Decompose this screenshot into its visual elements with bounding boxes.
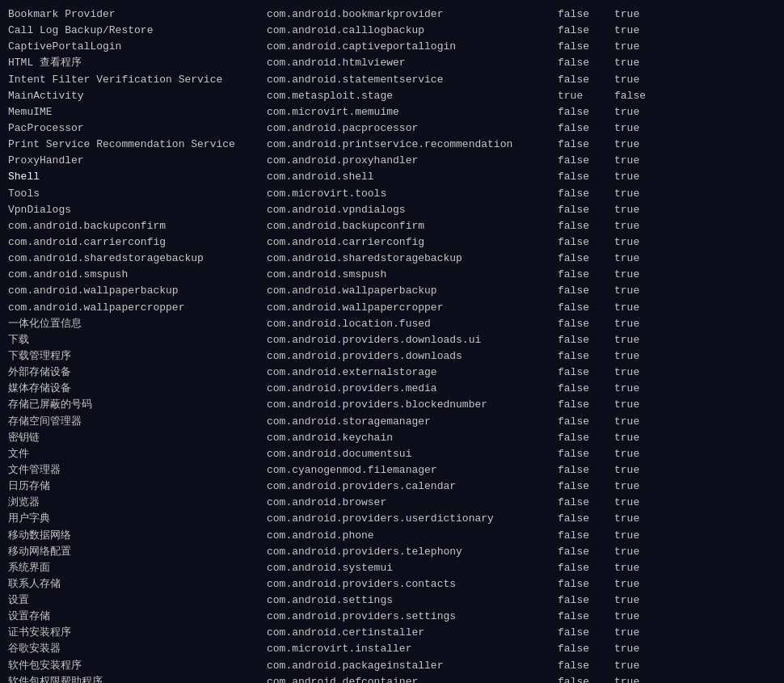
col-package: com.cyanogenmod.filemanager (267, 462, 558, 479)
col-bool2: true (614, 6, 663, 23)
col-bool2: true (614, 137, 663, 153)
table-row: CaptivePortalLogincom.android.captivepor… (8, 39, 776, 55)
col-app-name: VpnDialogs (8, 202, 267, 218)
col-package: com.android.captiveportallogin (267, 39, 558, 55)
col-app-name: HTML 查看程序 (8, 55, 267, 71)
table-row: 设置存储com.android.providers.settingsfalset… (8, 609, 776, 625)
col-app-name: Shell (8, 169, 267, 185)
col-package: com.android.providers.calendar (267, 479, 558, 495)
table-row: HTML 查看程序com.android.htmlviewerfalsetrue (8, 55, 776, 71)
col-bool1: false (558, 348, 614, 365)
col-bool2: true (614, 348, 663, 365)
col-app-name: 浏览器 (8, 495, 267, 511)
col-bool1: false (558, 316, 614, 332)
col-app-name: 文件管理器 (8, 462, 267, 479)
table-row: VpnDialogscom.android.vpndialogsfalsetru… (8, 202, 776, 218)
col-bool2: true (614, 544, 663, 560)
table-row: 谷歌安装器com.microvirt.installerfalsetrue (8, 641, 776, 657)
col-package: com.android.providers.media (267, 381, 558, 397)
table-row: com.android.carrierconfigcom.android.car… (8, 234, 776, 251)
col-bool2: true (614, 609, 663, 625)
col-package: com.android.vpndialogs (267, 202, 558, 218)
col-bool1: false (558, 267, 614, 283)
col-app-name: 媒体存储设备 (8, 381, 267, 397)
table-row: 系统界面com.android.systemuifalsetrue (8, 560, 776, 576)
table-row: Print Service Recommendation Servicecom.… (8, 137, 776, 153)
col-app-name: Bookmark Provider (8, 6, 267, 23)
col-app-name: 存储已屏蔽的号码 (8, 397, 267, 413)
col-bool1: false (558, 153, 614, 169)
table-row: 设置com.android.settingsfalsetrue (8, 592, 776, 609)
table-row: com.android.backupconfirmcom.android.bac… (8, 218, 776, 234)
table-row: 用户字典com.android.providers.userdictionary… (8, 511, 776, 527)
col-bool2: true (614, 300, 663, 316)
col-bool2: true (614, 365, 663, 381)
col-bool1: false (558, 641, 614, 657)
col-app-name: com.android.backupconfirm (8, 218, 267, 234)
col-bool1: false (558, 72, 614, 88)
col-package: com.android.wallpapercropper (267, 300, 558, 316)
col-bool2: true (614, 283, 663, 299)
col-bool1: false (558, 55, 614, 71)
col-app-name: 移动数据网络 (8, 528, 267, 544)
table-row: Bookmark Providercom.android.bookmarkpro… (8, 6, 776, 23)
col-app-name: 日历存储 (8, 479, 267, 495)
col-bool1: false (558, 23, 614, 39)
col-bool2: true (614, 39, 663, 55)
col-app-name: ProxyHandler (8, 153, 267, 169)
col-bool1: false (558, 381, 614, 397)
col-bool1: false (558, 283, 614, 299)
table-row: Intent Filter Verification Servicecom.an… (8, 72, 776, 88)
col-bool1: false (558, 234, 614, 251)
col-package: com.android.keychain (267, 430, 558, 446)
col-bool1: false (558, 169, 614, 185)
col-package: com.android.htmlviewer (267, 55, 558, 71)
col-app-name: Intent Filter Verification Service (8, 72, 267, 88)
col-app-name: PacProcessor (8, 120, 267, 137)
table-row: 证书安装程序com.android.certinstallerfalsetrue (8, 625, 776, 641)
col-app-name: 设置 (8, 592, 267, 609)
col-bool1: false (558, 592, 614, 609)
col-package: com.android.calllogbackup (267, 23, 558, 39)
col-app-name: 联系人存储 (8, 576, 267, 592)
col-bool2: true (614, 658, 663, 674)
col-bool1: false (558, 658, 614, 674)
table-row: Toolscom.microvirt.toolsfalsetrue (8, 186, 776, 202)
col-package: com.android.storagemanager (267, 414, 558, 430)
col-bool2: true (614, 120, 663, 137)
col-app-name: 软件包权限帮助程序 (8, 674, 267, 683)
col-bool2: true (614, 625, 663, 641)
terminal: Bookmark Providercom.android.bookmarkpro… (0, 0, 784, 683)
col-package: com.android.providers.downloads (267, 348, 558, 365)
col-app-name: 下载管理程序 (8, 348, 267, 365)
table-row: 软件包安装程序com.android.packageinstallerfalse… (8, 658, 776, 674)
col-bool2: true (614, 397, 663, 413)
col-bool1: false (558, 511, 614, 527)
table-row: 外部存储设备com.android.externalstoragefalsetr… (8, 365, 776, 381)
col-app-name: CaptivePortalLogin (8, 39, 267, 55)
table-row: 媒体存储设备com.android.providers.mediafalsetr… (8, 381, 776, 397)
col-bool2: true (614, 560, 663, 576)
col-package: com.android.browser (267, 495, 558, 511)
col-bool2: true (614, 316, 663, 332)
col-package: com.android.carrierconfig (267, 234, 558, 251)
col-bool2: true (614, 592, 663, 609)
col-bool2: true (614, 251, 663, 267)
col-app-name: 移动网络配置 (8, 544, 267, 560)
col-package: com.android.phone (267, 528, 558, 544)
col-bool1: false (558, 39, 614, 55)
table-row: Shellcom.android.shellfalsetrue (8, 169, 776, 185)
table-row: 一体化位置信息com.android.location.fusedfalsetr… (8, 316, 776, 332)
col-bool1: false (558, 251, 614, 267)
col-bool1: false (558, 479, 614, 495)
col-bool2: true (614, 495, 663, 511)
col-bool1: false (558, 560, 614, 576)
col-app-name: 下载 (8, 332, 267, 348)
table-row: 移动数据网络com.android.phonefalsetrue (8, 528, 776, 544)
table-row: 存储空间管理器com.android.storagemanagerfalsetr… (8, 414, 776, 430)
col-app-name: Call Log Backup/Restore (8, 23, 267, 39)
col-bool1: false (558, 137, 614, 153)
col-package: com.android.printservice.recommendation (267, 137, 558, 153)
col-app-name: 设置存储 (8, 609, 267, 625)
col-package: com.android.wallpaperbackup (267, 283, 558, 299)
